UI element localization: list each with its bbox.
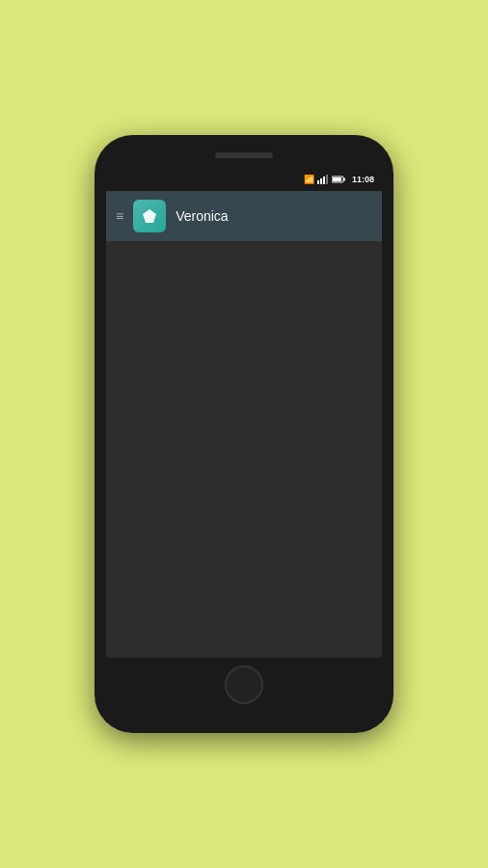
signal-icon (317, 175, 329, 184)
home-button[interactable] (225, 665, 263, 704)
app-title: Veronica (176, 208, 228, 224)
svg-rect-1 (320, 178, 322, 184)
wifi-icon: 📶 (304, 175, 314, 184)
status-bar: 📶 11:08 (106, 168, 382, 191)
svg-marker-7 (143, 209, 156, 223)
status-time: 11:08 (352, 175, 374, 184)
app-header: ≡ Veronica (106, 191, 382, 241)
svg-rect-6 (333, 177, 341, 181)
svg-rect-3 (326, 175, 328, 184)
phone-speaker (215, 152, 273, 158)
phone-screen: 📶 11:08 ≡ (106, 168, 382, 658)
battery-icon (332, 176, 345, 183)
app-logo (133, 200, 166, 232)
phone-device: 📶 11:08 ≡ (95, 135, 393, 733)
hamburger-icon[interactable]: ≡ (116, 208, 123, 224)
svg-rect-0 (317, 180, 319, 184)
svg-rect-5 (343, 178, 345, 181)
svg-rect-2 (323, 176, 325, 184)
status-icons: 📶 11:08 (304, 175, 374, 184)
